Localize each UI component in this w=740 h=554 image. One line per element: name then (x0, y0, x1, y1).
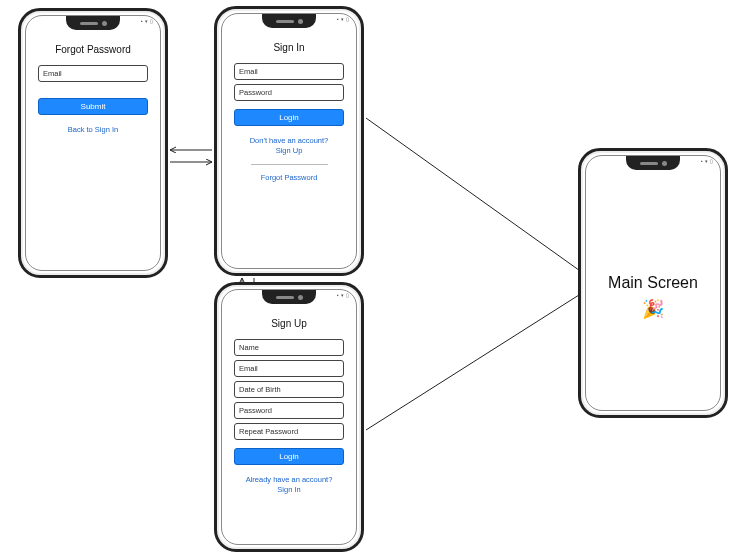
password-field[interactable]: Password (234, 84, 344, 101)
name-field[interactable]: Name (234, 339, 344, 356)
phone-notch (262, 290, 316, 304)
phone-sign-in: ▪ ▾ ▯ Sign In Email Password Login Don't… (214, 6, 364, 276)
status-bar: ▪ ▾ ▯ (141, 18, 154, 24)
divider (251, 164, 328, 165)
signup-link[interactable]: Don't have an account? Sign Up (250, 136, 329, 156)
signin-link[interactable]: Already have an account? Sign In (246, 475, 333, 495)
screen-title: Sign Up (271, 318, 307, 329)
back-to-signin-link[interactable]: Back to Sign In (68, 125, 118, 135)
status-bar: ▪ ▾ ▯ (701, 158, 714, 164)
svg-line-4 (366, 118, 590, 278)
phone-main-screen: ▪ ▾ ▯ Main Screen 🎉 (578, 148, 728, 418)
forgot-password-link[interactable]: Forgot Password (261, 173, 318, 183)
phone-notch (262, 14, 316, 28)
status-bar: ▪ ▾ ▯ (337, 16, 350, 22)
status-bar: ▪ ▾ ▯ (337, 292, 350, 298)
phone-notch (626, 156, 680, 170)
password-field[interactable]: Password (234, 402, 344, 419)
email-field[interactable]: Email (38, 65, 148, 82)
login-button[interactable]: Login (234, 448, 344, 465)
phone-forgot-password: ▪ ▾ ▯ Forgot Password Email Submit Back … (18, 8, 168, 278)
screen-title: Forgot Password (55, 44, 131, 55)
svg-line-5 (366, 288, 590, 430)
phone-sign-up: ▪ ▾ ▯ Sign Up Name Email Date of Birth P… (214, 282, 364, 552)
screen-title: Sign In (273, 42, 304, 53)
email-field[interactable]: Email (234, 63, 344, 80)
party-emoji-icon: 🎉 (642, 298, 664, 320)
login-button[interactable]: Login (234, 109, 344, 126)
phone-notch (66, 16, 120, 30)
main-title: Main Screen (608, 274, 698, 292)
repeat-password-field[interactable]: Repeat Password (234, 423, 344, 440)
submit-button[interactable]: Submit (38, 98, 148, 115)
email-field[interactable]: Email (234, 360, 344, 377)
dob-field[interactable]: Date of Birth (234, 381, 344, 398)
